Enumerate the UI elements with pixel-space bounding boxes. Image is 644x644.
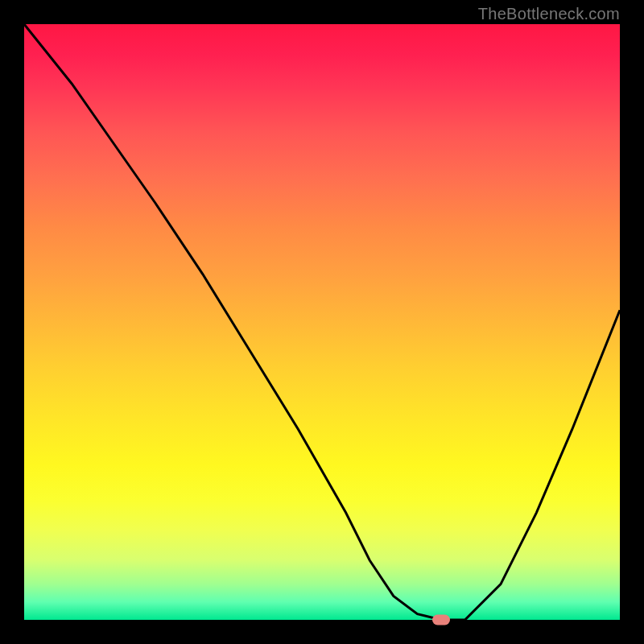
bottleneck-curve <box>24 24 620 620</box>
watermark-text: TheBottleneck.com <box>478 5 620 23</box>
chart-container: TheBottleneck.com <box>0 0 644 644</box>
plot-area <box>24 24 620 620</box>
optimal-marker <box>432 615 450 625</box>
curve-svg <box>24 24 620 620</box>
